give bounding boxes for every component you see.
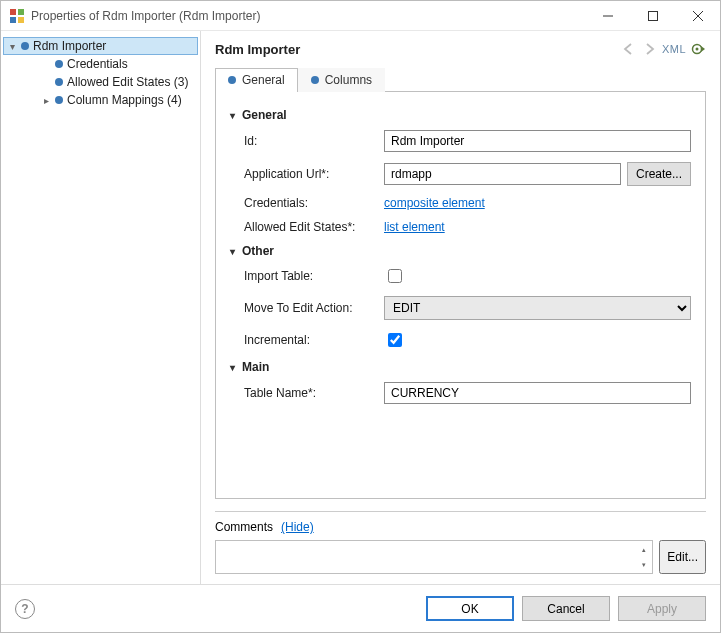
create-button[interactable]: Create... (627, 162, 691, 186)
svg-rect-1 (18, 9, 24, 15)
ok-button[interactable]: OK (426, 596, 514, 621)
comments-edit-button[interactable]: Edit... (659, 540, 706, 574)
row-table-name: Table Name*: (244, 382, 691, 404)
spin-down-icon[interactable]: ▾ (637, 557, 651, 572)
gear-run-icon[interactable] (690, 41, 706, 57)
label-allowed-states: Allowed Edit States*: (244, 220, 384, 234)
tree-item-root[interactable]: ▾ Rdm Importer (3, 37, 198, 55)
help-icon[interactable]: ? (15, 599, 35, 619)
content-header: Rdm Importer XML (215, 41, 706, 57)
move-action-select[interactable]: EDIT (384, 296, 691, 320)
chevron-down-icon: ▾ (230, 362, 242, 373)
tab-columns[interactable]: Columns (298, 68, 385, 92)
svg-point-9 (696, 48, 699, 51)
row-move-action: Move To Edit Action: EDIT (244, 296, 691, 320)
tab-bar: General Columns (215, 67, 706, 92)
spin-up-icon[interactable]: ▴ (637, 542, 651, 557)
id-input[interactable] (384, 130, 691, 152)
section-title: Other (242, 244, 274, 258)
svg-rect-0 (10, 9, 16, 15)
label-table-name: Table Name*: (244, 386, 384, 400)
tab-panel: ▾ General Id: Application Url*: Create..… (215, 92, 706, 499)
svg-rect-5 (648, 11, 657, 20)
bullet-icon (55, 78, 63, 86)
row-id: Id: (244, 130, 691, 152)
row-incremental: Incremental: (244, 330, 691, 350)
section-general[interactable]: ▾ General (230, 108, 691, 122)
row-app-url: Application Url*: Create... (244, 162, 691, 186)
section-title: Main (242, 360, 269, 374)
page-title: Rdm Importer (215, 42, 618, 57)
label-credentials: Credentials: (244, 196, 384, 210)
maximize-button[interactable] (630, 1, 675, 30)
section-title: General (242, 108, 287, 122)
bullet-icon (228, 76, 236, 84)
row-import-table: Import Table: (244, 266, 691, 286)
main-content: Rdm Importer XML General Columns ▾ (201, 31, 720, 584)
tree-item-allowed-edit-states[interactable]: Allowed Edit States (3) (21, 73, 198, 91)
app-url-input[interactable] (384, 163, 621, 185)
tree-label: Credentials (67, 57, 128, 71)
label-import-table: Import Table: (244, 269, 384, 283)
credentials-link[interactable]: composite element (384, 196, 485, 210)
tab-label: General (242, 73, 285, 87)
tab-label: Columns (325, 73, 372, 87)
svg-rect-3 (18, 17, 24, 23)
label-app-url: Application Url*: (244, 167, 384, 181)
label-id: Id: (244, 134, 384, 148)
label-move-action: Move To Edit Action: (244, 301, 384, 315)
chevron-down-icon: ▾ (230, 110, 242, 121)
cancel-button[interactable]: Cancel (522, 596, 610, 621)
tab-general[interactable]: General (215, 68, 298, 92)
apply-button[interactable]: Apply (618, 596, 706, 621)
table-name-input[interactable] (384, 382, 691, 404)
xml-view-button[interactable]: XML (662, 43, 686, 55)
comments-hide-link[interactable]: (Hide) (281, 520, 314, 534)
row-credentials: Credentials: composite element (244, 196, 691, 210)
chevron-right-icon[interactable]: ▸ (39, 95, 53, 106)
tree-label: Rdm Importer (33, 39, 106, 53)
chevron-down-icon: ▾ (230, 246, 242, 257)
bullet-icon (55, 96, 63, 104)
titlebar: Properties of Rdm Importer (Rdm Importer… (1, 1, 720, 31)
nav-back-icon[interactable] (622, 42, 638, 56)
tree-item-credentials[interactable]: Credentials (21, 55, 198, 73)
nav-tree[interactable]: ▾ Rdm Importer Credentials Allowed Edit … (1, 31, 201, 584)
section-main[interactable]: ▾ Main (230, 360, 691, 374)
row-allowed-states: Allowed Edit States*: list element (244, 220, 691, 234)
nav-forward-icon[interactable] (642, 42, 658, 56)
incremental-checkbox[interactable] (388, 333, 402, 347)
bullet-icon (311, 76, 319, 84)
comments-text[interactable]: ▴ ▾ (215, 540, 653, 574)
bullet-icon (55, 60, 63, 68)
tree-label: Allowed Edit States (3) (67, 75, 188, 89)
bullet-icon (21, 42, 29, 50)
chevron-down-icon[interactable]: ▾ (5, 41, 19, 52)
comments-label: Comments (215, 520, 273, 534)
section-other[interactable]: ▾ Other (230, 244, 691, 258)
dialog-window: Properties of Rdm Importer (Rdm Importer… (0, 0, 721, 633)
close-button[interactable] (675, 1, 720, 30)
app-icon (9, 8, 25, 24)
import-table-checkbox[interactable] (388, 269, 402, 283)
allowed-states-link[interactable]: list element (384, 220, 445, 234)
tree-item-column-mappings[interactable]: ▸ Column Mappings (4) (21, 91, 198, 109)
comments-area: Comments (Hide) ▴ ▾ Edit... (215, 511, 706, 574)
window-title: Properties of Rdm Importer (Rdm Importer… (31, 9, 585, 23)
comments-spinner[interactable]: ▴ ▾ (637, 542, 651, 572)
label-incremental: Incremental: (244, 333, 384, 347)
dialog-body: ▾ Rdm Importer Credentials Allowed Edit … (1, 31, 720, 584)
comments-header: Comments (Hide) (215, 520, 706, 534)
svg-rect-2 (10, 17, 16, 23)
tree-label: Column Mappings (4) (67, 93, 182, 107)
window-controls (585, 1, 720, 30)
dialog-footer: ? OK Cancel Apply (1, 584, 720, 632)
minimize-button[interactable] (585, 1, 630, 30)
